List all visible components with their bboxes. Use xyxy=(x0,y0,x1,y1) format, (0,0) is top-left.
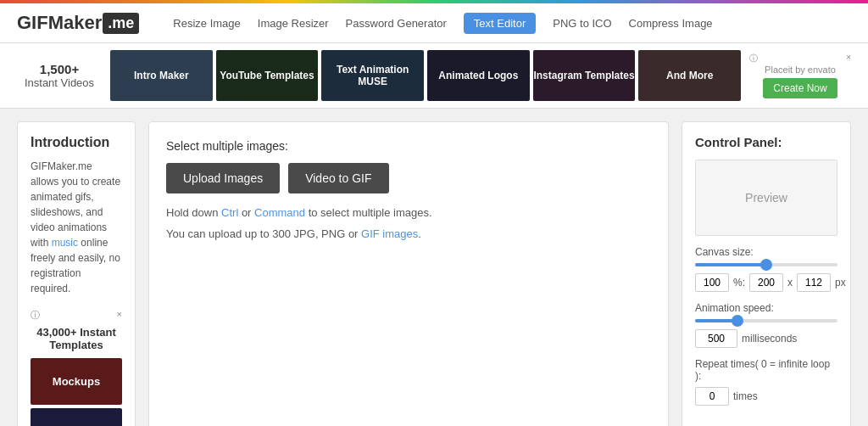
ad-close-btn[interactable]: × xyxy=(846,53,851,64)
canvas-size-label: Canvas size: xyxy=(695,246,837,258)
main-nav: Resize Image Image Resizer Password Gene… xyxy=(173,13,712,34)
instant-templates-label: 43,000+ Instant Templates xyxy=(31,326,122,351)
hint-text-ctrl: Hold down Ctrl or Command to select mult… xyxy=(166,206,651,219)
nav-resize-image[interactable]: Resize Image xyxy=(173,17,240,30)
nav-compress-image[interactable]: Compress Image xyxy=(629,17,713,30)
ad-info-left: ⓘ xyxy=(31,309,40,322)
intro-title: Introduction xyxy=(31,135,122,150)
canvas-px-label: px xyxy=(835,277,846,289)
banner-instagram-templates[interactable]: Instagram Templates xyxy=(533,50,636,101)
banner-text-animation[interactable]: Text Animation MUSE xyxy=(321,50,424,101)
ad-info-row: ⓘ × xyxy=(31,309,122,322)
ad-info-icon: ⓘ xyxy=(749,53,758,64)
hint-text-upload: You can upload up to 300 JPG, PNG or GIF… xyxy=(166,227,651,240)
nav-password-generator[interactable]: Password Generator xyxy=(346,17,447,30)
ad-banner: 1,500+ Instant Videos Intro Maker YouTub… xyxy=(0,43,868,109)
main-container: Introduction GIFMaker.me allows you to c… xyxy=(0,109,868,426)
nav-png-to-ico[interactable]: PNG to ICO xyxy=(553,17,611,30)
speed-value-input[interactable] xyxy=(695,329,737,348)
canvas-size-section: Canvas size: %: x px xyxy=(695,246,837,292)
canvas-height-input[interactable] xyxy=(797,273,831,292)
logo-gif: GIF xyxy=(17,12,48,34)
ad-banner-text: 1,500+ Instant Videos xyxy=(17,62,102,89)
nav-image-resizer[interactable]: Image Resizer xyxy=(258,17,329,30)
nav-text-editor[interactable]: Text Editor xyxy=(464,13,536,34)
preview-label: Preview xyxy=(745,191,787,205)
preview-box: Preview xyxy=(695,160,837,236)
banner-youtube-templates[interactable]: YouTube Templates xyxy=(216,50,319,101)
gif-link[interactable]: GIF images xyxy=(361,227,418,240)
left-panel: Introduction GIFMaker.me allows you to c… xyxy=(17,121,136,426)
btn-row: Upload Images Video to GIF xyxy=(166,163,651,193)
speed-slider-track[interactable] xyxy=(695,319,837,322)
canvas-slider-fill xyxy=(695,263,766,266)
speed-slider-thumb[interactable] xyxy=(732,315,743,327)
repeat-times-label: Repeat times( 0 = infinite loop ): xyxy=(695,358,837,382)
banner-intro-maker[interactable]: Intro Maker xyxy=(110,50,213,101)
center-panel: Select multiple images: Upload Images Vi… xyxy=(148,121,669,426)
control-panel-title: Control Panel: xyxy=(695,135,837,149)
ad-side: ⓘ × Placeit by envato Create Now xyxy=(749,53,851,98)
canvas-x-label: x xyxy=(787,277,793,289)
speed-inputs: milliseconds xyxy=(695,329,837,348)
repeat-times-section: Repeat times( 0 = infinite loop ): times xyxy=(695,358,837,406)
repeat-unit-label: times xyxy=(733,390,758,402)
upload-images-button[interactable]: Upload Images xyxy=(166,163,280,193)
logo: GIF Maker .me xyxy=(17,12,139,34)
right-panel: Control Panel: Preview Canvas size: %: x… xyxy=(682,121,851,426)
ad-close-left[interactable]: × xyxy=(117,309,122,322)
banner-items: Intro Maker YouTube Templates Text Anima… xyxy=(110,50,741,101)
intro-text: GIFMaker.me allows you to create animate… xyxy=(31,159,122,296)
canvas-slider-track[interactable] xyxy=(695,263,837,266)
logo-maker: Maker xyxy=(48,12,103,34)
speed-unit-label: milliseconds xyxy=(742,333,797,345)
template-logos[interactable]: Logos xyxy=(31,408,122,426)
ctrl-link[interactable]: Ctrl xyxy=(221,206,238,219)
repeat-value-input[interactable] xyxy=(695,387,729,406)
command-link[interactable]: Command xyxy=(254,206,305,219)
animation-speed-section: Animation speed: milliseconds xyxy=(695,302,837,348)
ad-brand: Placeit by envato xyxy=(749,64,851,75)
canvas-pct-input[interactable] xyxy=(695,273,729,292)
video-to-gif-button[interactable]: Video to GIF xyxy=(288,163,388,193)
canvas-pct-symbol: %: xyxy=(733,277,745,289)
repeat-inputs: times xyxy=(695,387,837,406)
canvas-width-input[interactable] xyxy=(749,273,783,292)
canvas-inputs: %: x px xyxy=(695,273,837,292)
animation-speed-label: Animation speed: xyxy=(695,302,837,314)
logo-me: .me xyxy=(103,13,139,34)
canvas-slider-thumb[interactable] xyxy=(760,259,772,271)
create-now-button[interactable]: Create Now xyxy=(763,78,837,98)
template-mockups[interactable]: Mockups xyxy=(31,358,122,405)
banner-and-more[interactable]: And More xyxy=(638,50,741,101)
banner-animated-logos[interactable]: Animated Logos xyxy=(427,50,530,101)
select-label: Select multiple images: xyxy=(166,139,651,153)
header: GIF Maker .me Resize Image Image Resizer… xyxy=(0,3,868,43)
